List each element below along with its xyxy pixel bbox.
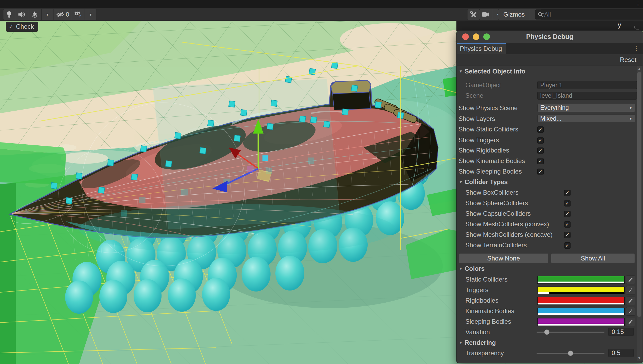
toggle-row: Show Sleeping Bodies ✓ <box>457 166 643 177</box>
search-icon <box>537 11 544 18</box>
lightbulb-icon <box>6 11 13 18</box>
tab-physics-debug[interactable]: Physics Debug <box>457 43 506 54</box>
foldout-selected-object-info[interactable]: ▼ Selected Object Info <box>457 66 643 77</box>
scene-search[interactable] <box>535 9 643 19</box>
show-none-button[interactable]: Show None <box>459 253 548 263</box>
scene-axis-label: y <box>618 21 621 29</box>
variation-slider[interactable] <box>537 327 605 337</box>
checkbox[interactable]: ✓ <box>564 190 571 196</box>
scene-field[interactable]: level_Island <box>537 92 637 100</box>
panel-toolbar: Reset <box>457 54 643 66</box>
foldout-colors[interactable]: ▼ Colors <box>457 263 643 274</box>
menu-strip: ⋮ <box>0 0 643 8</box>
eyedropper-icon <box>628 319 634 325</box>
color-swatch[interactable] <box>537 276 625 284</box>
search-input[interactable] <box>544 11 624 18</box>
gameobject-field[interactable]: Player 1 <box>537 81 637 89</box>
eyedropper-button[interactable] <box>626 297 635 305</box>
window-titlebar[interactable]: Physics Debug <box>457 31 643 43</box>
color-swatch[interactable] <box>537 318 625 326</box>
checkbox[interactable]: ✓ <box>537 169 544 175</box>
scroll-down-icon[interactable]: ▼ <box>637 356 642 360</box>
check-label: Check <box>16 23 34 30</box>
toggle-row: Show Rigidbodies ✓ <box>457 145 643 156</box>
effects-toggle-button[interactable] <box>28 9 42 20</box>
checkbox[interactable] <box>537 363 544 363</box>
scene-label: Scene <box>465 90 483 101</box>
checkbox[interactable]: ✓ <box>564 200 571 206</box>
window-title: Physics Debug <box>457 31 643 43</box>
show-layers-dropdown[interactable]: Mixed...▼ <box>537 115 635 123</box>
physics-debug-window: Physics Debug Physics Debug ⋮ Reset ▼ Se… <box>456 30 643 363</box>
buttons-row: Show None Show All <box>457 253 643 263</box>
section-header: Selected Object Info <box>465 66 525 77</box>
checkbox[interactable]: ✓ <box>537 158 544 164</box>
check-toggle-overlay[interactable]: ✓ Check <box>6 22 38 32</box>
foldout-rendering[interactable]: ▼ Rendering <box>457 337 643 348</box>
hidden-count: 0 <box>66 11 69 18</box>
transparency-value[interactable]: 0.5 <box>608 349 634 357</box>
gizmos-label: Gizmos <box>501 11 527 18</box>
variation-value[interactable]: 0.15 <box>608 328 634 336</box>
reset-button[interactable]: Reset <box>617 56 639 64</box>
tab-more-icon[interactable]: ⋮ <box>633 45 640 52</box>
toggle-label: Show TerrainColliders <box>465 240 527 250</box>
color-label: Triggers <box>465 285 488 295</box>
color-label: Rigidbodies <box>465 295 498 306</box>
color-row: Static Colliders <box>457 274 643 285</box>
checkbox[interactable]: ✓ <box>564 221 571 228</box>
show-physics-scene-dropdown[interactable]: Everything▼ <box>537 104 635 112</box>
variation-label: Variation <box>465 327 490 337</box>
unity-editor-screen: ⋮ ▼ <box>0 0 643 364</box>
lighting-toggle-button[interactable] <box>3 9 15 20</box>
eyedropper-button[interactable] <box>626 307 635 316</box>
grid-dropdown[interactable]: ▼ <box>85 9 96 20</box>
tools-button[interactable] <box>467 9 480 20</box>
toggle-label: Show BoxColliders <box>465 187 518 198</box>
scrollbar-thumb[interactable] <box>637 72 641 317</box>
gameobject-row: GameObject Player 1 <box>457 80 643 90</box>
transparency-label: Transparency <box>465 348 504 358</box>
vertical-scrollbar[interactable]: ▲ ▼ <box>637 66 642 361</box>
camera-button[interactable] <box>479 9 492 20</box>
eyedropper-button[interactable] <box>626 276 635 284</box>
gameobject-label: GameObject <box>465 80 501 90</box>
checkbox[interactable]: ✓ <box>564 242 571 249</box>
toggle-label: Show CapsuleColliders <box>465 208 531 219</box>
chevron-down-icon: ▼ <box>44 12 51 17</box>
more-icon[interactable]: ⋮ <box>635 1 641 7</box>
toggle-label: Show Static Colliders <box>459 124 518 135</box>
toggle-label: Show MeshColliders (convex) <box>465 219 549 229</box>
checkbox[interactable]: ✓ <box>564 211 571 217</box>
show-all-button[interactable]: Show All <box>551 253 635 263</box>
color-label: Kinematic Bodies <box>465 306 514 316</box>
checkbox[interactable]: ✓ <box>537 147 544 154</box>
color-swatch[interactable] <box>537 308 625 315</box>
chevron-down-icon: ▼ <box>629 104 632 112</box>
eyedropper-button[interactable] <box>626 286 635 294</box>
audio-toggle-button[interactable] <box>15 9 28 20</box>
toggle-label: Show Kinematic Bodies <box>459 156 525 166</box>
grid-toggle-button[interactable]: Y <box>72 9 85 20</box>
checkbox[interactable]: ✓ <box>564 232 571 238</box>
foldout-collider-types[interactable]: ▼ Collider Types <box>457 177 643 187</box>
hidden-objects-button[interactable]: 0 <box>53 9 72 20</box>
color-swatch[interactable] <box>537 287 625 294</box>
transparency-slider[interactable] <box>537 348 605 358</box>
chevron-down-icon: ▼ <box>87 12 94 17</box>
checkbox[interactable]: ✓ <box>537 126 544 133</box>
transparency-row: Transparency 0.5 <box>457 348 643 358</box>
scene-row: Scene level_Island <box>457 90 643 101</box>
chevron-down-icon: ▼ <box>629 115 632 122</box>
color-swatch[interactable] <box>537 297 625 305</box>
eyedropper-icon <box>628 308 634 314</box>
scroll-up-icon[interactable]: ▲ <box>637 67 642 71</box>
eye-hidden-icon <box>56 11 65 18</box>
gizmos-button[interactable]: Gizmos <box>498 9 530 20</box>
color-row: Triggers <box>457 285 643 295</box>
tools-icon <box>470 11 477 18</box>
show-physics-scene-row: Show Physics Scene Everything▼ <box>457 103 643 113</box>
effects-dropdown[interactable]: ▼ <box>42 9 53 20</box>
eyedropper-button[interactable] <box>626 318 635 326</box>
checkbox[interactable]: ✓ <box>537 137 544 144</box>
